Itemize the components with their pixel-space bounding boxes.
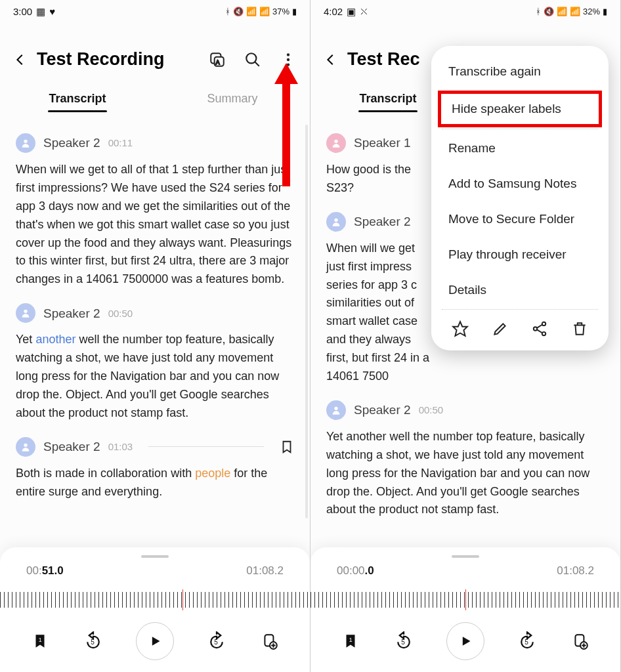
- highlight-word[interactable]: another: [35, 333, 75, 346]
- svg-text:A: A: [216, 58, 220, 65]
- svg-point-6: [287, 58, 289, 60]
- menu-item-hide-speaker-labels[interactable]: Hide speaker labels: [441, 94, 599, 124]
- search-icon[interactable]: [244, 51, 261, 68]
- timestamp: 00:11: [108, 135, 133, 150]
- phone-left: 3:00 ▦ ♥ ᚼ 🔇 📶 📶 37% ▮ Test Recording A …: [0, 0, 310, 672]
- overflow-menu: Transcribe again Hide speaker labels Ren…: [431, 46, 609, 350]
- speaker-label[interactable]: Speaker 2: [354, 212, 411, 231]
- svg-marker-31: [463, 637, 471, 645]
- photo-icon: ▦: [36, 6, 45, 18]
- drag-handle[interactable]: [141, 555, 169, 558]
- speaker-avatar-icon[interactable]: [16, 133, 35, 153]
- svg-line-4: [255, 62, 259, 66]
- bluetooth-icon: ᚼ: [225, 7, 230, 16]
- menu-item-secure-folder[interactable]: Move to Secure Folder: [431, 201, 609, 237]
- svg-point-10: [24, 310, 27, 313]
- back-icon[interactable]: [13, 52, 28, 67]
- svg-text:1: 1: [349, 637, 353, 643]
- timestamp: 01:03: [108, 439, 133, 454]
- transcript-text[interactable]: Both is made in collaboration with peopl…: [16, 465, 294, 501]
- speaker-label[interactable]: Speaker 2: [43, 437, 100, 456]
- svg-text:5: 5: [525, 639, 528, 646]
- timeline[interactable]: [0, 584, 310, 616]
- transcript-text[interactable]: Yet another well the number top feature,…: [326, 428, 605, 519]
- drag-handle[interactable]: [452, 555, 479, 558]
- bulb-icon: ♥: [49, 6, 55, 17]
- transcript-text[interactable]: Yet another well the number top feature,…: [16, 331, 294, 422]
- page-title: Test Recording: [37, 49, 200, 70]
- mute-icon: 🔇: [233, 7, 244, 16]
- svg-text:5: 5: [91, 639, 95, 646]
- transcript-entry: Speaker 2 00:50 Yet another well the num…: [326, 400, 605, 519]
- phone-right: 4:02 ▣ ⛌ ᚼ 🔇 📶 📶 32% ▮ Test Rec Transcri…: [310, 0, 621, 672]
- bluetooth-icon: ᚼ: [536, 7, 541, 16]
- highlight-word[interactable]: people: [195, 467, 230, 480]
- scrollbar[interactable]: [305, 125, 308, 518]
- rewind-5-button[interactable]: 5: [393, 630, 415, 652]
- speaker-label[interactable]: Speaker 1: [354, 133, 411, 152]
- svg-text:5: 5: [214, 639, 218, 646]
- speaker-avatar-icon[interactable]: [16, 303, 35, 323]
- forward-5-button[interactable]: 5: [205, 630, 228, 652]
- play-button[interactable]: [136, 622, 174, 660]
- speaker-label[interactable]: Speaker 2: [43, 133, 100, 152]
- svg-point-22: [334, 407, 337, 410]
- speaker-avatar-icon[interactable]: [326, 133, 346, 153]
- bookmarks-button[interactable]: 1: [339, 630, 362, 652]
- menu-item-transcribe-again[interactable]: Transcribe again: [431, 54, 609, 89]
- svg-marker-14: [152, 637, 160, 645]
- add-note-button[interactable]: [259, 630, 281, 652]
- playhead[interactable]: [182, 589, 183, 610]
- play-button[interactable]: [446, 622, 484, 660]
- edit-icon[interactable]: [492, 320, 509, 337]
- status-time: 4:02: [324, 6, 343, 17]
- status-time: 3:00: [13, 6, 32, 17]
- add-note-button[interactable]: [569, 630, 591, 652]
- tab-transcript[interactable]: Transcript: [0, 83, 155, 115]
- transcript-entry: Speaker 2 00:11 When will we get to all …: [16, 133, 294, 289]
- bookmark-icon[interactable]: [280, 440, 294, 454]
- speaker-label[interactable]: Speaker 2: [43, 304, 100, 323]
- svg-point-11: [24, 443, 27, 446]
- rewind-5-button[interactable]: 5: [82, 630, 104, 652]
- wifi-icon: 📶: [246, 7, 257, 16]
- transcript-text[interactable]: When will we get to all of that 1 step f…: [16, 161, 294, 289]
- translate-icon[interactable]: A: [209, 51, 226, 68]
- timestamp: 00:50: [419, 402, 444, 417]
- timestamp: 00:50: [108, 306, 133, 321]
- back-icon[interactable]: [324, 52, 338, 67]
- wifi-icon: 📶: [557, 7, 567, 16]
- share-icon[interactable]: [531, 320, 548, 337]
- app-icon: ▣: [347, 6, 356, 18]
- battery-pct: 32%: [583, 7, 600, 16]
- menu-item-play-receiver[interactable]: Play through receiver: [431, 237, 609, 272]
- speaker-avatar-icon[interactable]: [326, 400, 346, 420]
- forward-5-button[interactable]: 5: [516, 630, 538, 652]
- transcript-panel: Speaker 2 00:11 When will we get to all …: [0, 115, 310, 535]
- speaker-label[interactable]: Speaker 2: [354, 400, 411, 419]
- header: Test Recording A: [0, 23, 310, 76]
- status-bar: 4:02 ▣ ⛌ ᚼ 🔇 📶 📶 32% ▮: [310, 0, 620, 23]
- transcript-text[interactable]: When will we get just first impress seri…: [326, 240, 435, 386]
- transcript-text[interactable]: How good is the S23?: [326, 161, 425, 198]
- speaker-avatar-icon[interactable]: [326, 212, 346, 232]
- accessibility-icon: ⛌: [360, 6, 370, 17]
- playhead[interactable]: [465, 589, 466, 610]
- svg-point-21: [334, 218, 337, 221]
- total-time: 01:08.2: [557, 564, 594, 578]
- mute-icon: 🔇: [544, 7, 554, 16]
- svg-line-28: [537, 329, 543, 333]
- battery-pct: 37%: [272, 7, 289, 16]
- svg-point-20: [334, 140, 337, 143]
- bookmarks-button[interactable]: 1: [29, 630, 51, 652]
- current-time: 00:00.0: [337, 564, 374, 578]
- delete-icon[interactable]: [571, 320, 588, 337]
- timeline[interactable]: [310, 584, 620, 616]
- menu-item-add-to-notes[interactable]: Add to Samsung Notes: [431, 166, 609, 201]
- menu-item-rename[interactable]: Rename: [431, 131, 609, 166]
- player: 00:00.0 01:08.2 1 5 5: [310, 547, 620, 672]
- favorite-icon[interactable]: [452, 320, 469, 337]
- svg-line-27: [537, 325, 543, 328]
- speaker-avatar-icon[interactable]: [16, 437, 35, 457]
- menu-item-details[interactable]: Details: [431, 272, 609, 308]
